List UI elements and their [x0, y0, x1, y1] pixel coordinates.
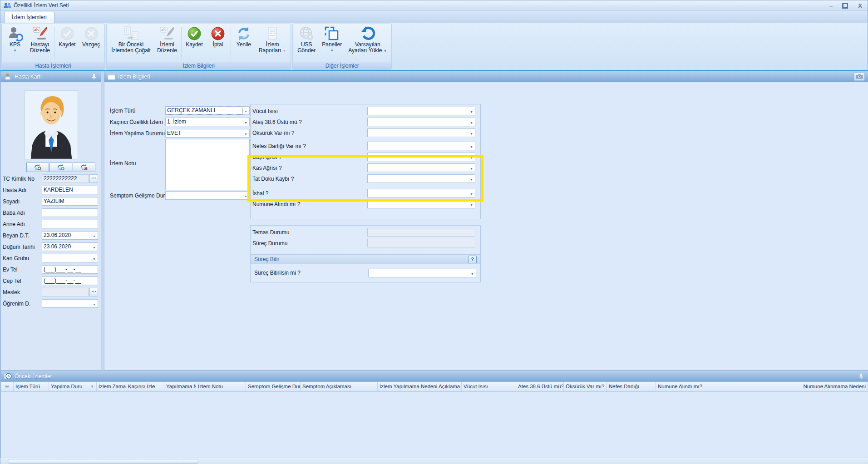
grid-column-header[interactable]: Vücut Isısı: [462, 382, 516, 391]
iptal-button[interactable]: İptal: [206, 25, 230, 62]
field-label: Baba Adı: [3, 210, 42, 216]
hasta-adi-field[interactable]: KARDELEN: [42, 186, 98, 194]
grid-body-empty[interactable]: [0, 392, 868, 458]
dropdown-arrow-icon[interactable]: [384, 49, 387, 53]
pin-icon[interactable]: [858, 373, 865, 380]
check-circle-green-icon: [187, 26, 202, 41]
surec-bitirilsin-combo[interactable]: [368, 269, 476, 277]
grid-column-header[interactable]: İzlem Yapılmama Nedeni Açıklama: [378, 382, 462, 391]
baba-adi-field[interactable]: [42, 208, 98, 217]
symptom-combo[interactable]: [367, 189, 475, 197]
islem-turu-combo[interactable]: GERÇEK ZAMANLI: [165, 106, 250, 115]
ev-tel-field[interactable]: (___)___-__-__: [42, 265, 98, 274]
patient-search-button[interactable]: [26, 163, 49, 172]
soyadi-field[interactable]: YAZILIM: [42, 197, 98, 206]
svg-text:ab: ab: [34, 28, 39, 32]
hastayi-duzenle-button[interactable]: ab Hastayı Düzenle: [27, 25, 53, 62]
beyan-dt-combo[interactable]: 23.06.2020: [42, 231, 98, 240]
symptom-field-row: Baş Ağrısı ?: [252, 153, 475, 161]
dropdown-arrow-icon[interactable]: [468, 190, 475, 197]
izlem-yapilma-combo[interactable]: EVET: [165, 129, 250, 138]
button-label: İzlemden Çoğalt: [111, 48, 151, 54]
hasta-karti-panel: Hasta Kartı: [0, 71, 101, 370]
window-title: Özellikli İzlem Veri Seti: [14, 2, 69, 9]
tc-kimlik-field[interactable]: 22222222222: [42, 174, 89, 183]
tc-kimlik-lookup-button[interactable]: …: [89, 174, 98, 183]
izlemi-duzenle-button: ab İzlemi Düzenle: [154, 25, 180, 62]
dropdown-arrow-icon[interactable]: [468, 119, 475, 125]
grid-column-header[interactable]: Nefes Darlığı: [607, 382, 656, 391]
pin-icon[interactable]: [90, 73, 98, 80]
kacinci-izlem-combo[interactable]: 1. İzlem: [165, 118, 250, 126]
yenile-button[interactable]: Yenile: [232, 25, 256, 62]
symptom-group-box: Vücut Isısı Ateş 38.6 Üstü mü ? Öksürük …: [250, 104, 481, 219]
symptom-field-row: Ateş 38.6 Üstü mü ?: [252, 118, 475, 126]
dropdown-arrow-icon[interactable]: [468, 176, 475, 182]
camera-icon: [856, 74, 863, 79]
close-button[interactable]: X: [858, 3, 862, 9]
dropdown-arrow-icon[interactable]: [242, 108, 249, 114]
grid-column-header[interactable]: Öksürük Var mı?: [564, 382, 607, 391]
grid-column-header[interactable]: Ates 38.6 Üstü mü?: [516, 382, 564, 391]
kps-button[interactable]: KPS: [3, 25, 27, 62]
kan-grubu-combo[interactable]: [42, 254, 98, 262]
grid-horizontal-scrollbar[interactable]: [0, 458, 868, 464]
paneller-button[interactable]: Paneller: [319, 25, 345, 62]
panel-title: Önceki İzlemler: [15, 373, 52, 380]
ogrenim-combo[interactable]: [42, 299, 98, 308]
meslek-field[interactable]: [42, 288, 89, 296]
dropdown-arrow-icon[interactable]: [13, 49, 17, 53]
dropdown-arrow-icon[interactable]: [91, 255, 98, 262]
dropdown-arrow-icon[interactable]: [91, 301, 98, 307]
restore-button[interactable]: [843, 3, 848, 8]
tab-izlem-islemleri[interactable]: İzlem İşlemleri: [4, 12, 54, 23]
semptom-gelisme-combo[interactable]: [165, 191, 250, 200]
patient-reload-button[interactable]: [49, 163, 72, 172]
help-button[interactable]: ?: [468, 256, 477, 263]
dropdown-arrow-icon[interactable]: [242, 130, 249, 137]
dropdown-arrow-icon[interactable]: [91, 232, 98, 239]
grid-column-header[interactable]: Kaçıncı İzle: [126, 382, 164, 391]
grid-column-header[interactable]: İşlem Türü: [14, 382, 49, 391]
dropdown-arrow-icon[interactable]: [468, 143, 475, 149]
scrollbar-thumb[interactable]: [8, 459, 198, 464]
symptom-combo[interactable]: [367, 118, 475, 126]
grid-column-header[interactable]: Semptom Gelişme Dur: [246, 382, 301, 391]
dropdown-arrow-icon[interactable]: [330, 49, 334, 53]
field-label: Baş Ağrısı ?: [252, 154, 367, 160]
grid-column-header[interactable]: Yapılma Duru: [49, 382, 97, 391]
symptom-combo[interactable]: [367, 107, 475, 115]
symptom-combo[interactable]: [367, 163, 475, 172]
dropdown-arrow-icon[interactable]: [91, 244, 98, 250]
dropdown-arrow-icon[interactable]: [242, 193, 249, 199]
dogum-tarihi-combo[interactable]: 23.06.2020: [42, 242, 98, 251]
dropdown-arrow-icon[interactable]: [468, 130, 475, 136]
symptom-combo[interactable]: [367, 142, 475, 150]
dropdown-arrow-icon[interactable]: [242, 119, 249, 125]
grid-column-header[interactable]: Semptom Açıklaması: [301, 382, 378, 391]
varsayilan-ayarlari-yukle-button[interactable]: Varsayılan Ayarları Yükle: [345, 25, 390, 62]
minimize-button[interactable]: –: [829, 3, 833, 9]
anne-adi-field[interactable]: [42, 220, 98, 228]
dropdown-arrow-icon[interactable]: [468, 165, 475, 171]
symptom-combo[interactable]: [367, 200, 475, 208]
grid-column-header[interactable]: Numune Alınmama Nedeni: [802, 382, 868, 391]
dropdown-arrow-icon[interactable]: [468, 201, 475, 207]
izlem-notu-textarea[interactable]: [165, 139, 250, 190]
cep-tel-field[interactable]: (___)___-__-__: [42, 276, 98, 285]
dropdown-arrow-icon[interactable]: [468, 154, 475, 160]
dropdown-arrow-icon[interactable]: [469, 270, 476, 276]
screenshot-button[interactable]: [854, 73, 865, 81]
symptom-combo[interactable]: [367, 128, 475, 137]
grid-column-header[interactable]: Numune Alındı mı?: [656, 382, 802, 391]
ribbon: KPS ab Hastayı Düzenle: [0, 23, 868, 71]
symptom-combo[interactable]: [367, 153, 475, 161]
patient-clear-button[interactable]: [73, 163, 95, 172]
grid-column-header[interactable]: İzlem Zamanı: [97, 382, 126, 391]
meslek-lookup-button[interactable]: …: [89, 288, 98, 296]
symptom-combo[interactable]: [367, 174, 475, 183]
kaydet-izlem-button[interactable]: Kaydet: [182, 25, 206, 62]
grid-column-header[interactable]: Yapılmama Ned: [164, 382, 196, 391]
dropdown-arrow-icon[interactable]: [468, 108, 475, 114]
grid-column-header[interactable]: İzlem Notu: [196, 382, 246, 391]
